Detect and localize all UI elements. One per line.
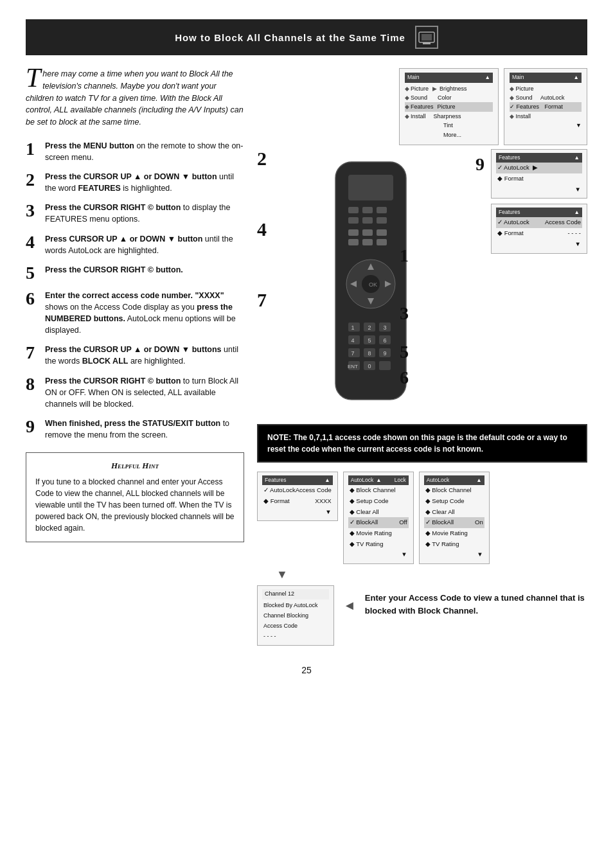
step-7: 7 Press the CURSOR UP ▲ or DOWN ▼ button… bbox=[26, 344, 244, 367]
svg-rect-13 bbox=[362, 207, 373, 213]
features-menu-2: Features▲ ✓ AutoLock ▶ ◆ Format ▼ bbox=[491, 149, 587, 199]
step-7-number: 7 bbox=[26, 344, 40, 362]
menu-item: ◆ Setup Code bbox=[348, 496, 409, 507]
svg-text:7: 7 bbox=[351, 350, 354, 357]
svg-text:5: 5 bbox=[400, 342, 409, 362]
menu-header: AutoLock▲Lock bbox=[348, 475, 409, 485]
menu-item: ✓ AutoLockAccess Code bbox=[496, 217, 582, 228]
menu-item: ◆ Format bbox=[496, 173, 582, 184]
step-5-text: Press the CURSOR RIGHT © but​ton. bbox=[45, 264, 183, 276]
svg-rect-21 bbox=[348, 239, 359, 245]
left-arrow: ◄ bbox=[343, 598, 356, 613]
remote-area: 2 4 7 bbox=[257, 149, 484, 419]
hint-text: If you tune to a blocked channel and ent… bbox=[35, 476, 235, 534]
menu-item: Tint bbox=[405, 121, 493, 130]
svg-text:5: 5 bbox=[368, 337, 371, 344]
step-8: 8 Press the CURSOR RIGHT © but​ton to tu… bbox=[26, 375, 244, 410]
menu-item: ◆ TV Rating bbox=[424, 539, 484, 550]
menu-item: ◆InstallSharpness bbox=[405, 112, 493, 121]
autolock-access-menu: Features▲ ✓ AutoLockAccess Code ◆ Format… bbox=[491, 204, 587, 253]
menu-items: ◆ Picture ◆ Sound AutoLock ✓ Features Fo… bbox=[510, 83, 582, 132]
menu-item: ✓ AutoLock ▶ bbox=[496, 163, 582, 173]
step-overlay-9: 9 bbox=[475, 155, 484, 173]
menu-item: ◆ Install bbox=[510, 112, 582, 121]
page-num-text: 25 bbox=[301, 665, 312, 675]
features-xxxx-menu: Features▲ ✓ AutoLockAccess Code ◆ Format… bbox=[257, 472, 338, 521]
intro-paragraph: There may come a time when you want to B… bbox=[26, 68, 244, 128]
left-column: There may come a time when you want to B… bbox=[26, 68, 244, 646]
menu-item: ▼ bbox=[496, 184, 582, 195]
menu-header: Features▲ bbox=[496, 153, 582, 163]
svg-rect-14 bbox=[377, 207, 387, 213]
svg-rect-17 bbox=[377, 217, 387, 224]
svg-rect-22 bbox=[362, 239, 373, 245]
remote-and-menus: 2 4 7 bbox=[257, 149, 587, 419]
svg-text:9: 9 bbox=[383, 350, 386, 357]
menu-item: ◆ Sound AutoLock bbox=[510, 93, 582, 102]
menu-item: ▼ bbox=[262, 507, 333, 518]
step-5: 5 Press the CURSOR RIGHT © but​ton. bbox=[26, 264, 244, 282]
step-6: 6 Enter the correct access code number. … bbox=[26, 290, 244, 337]
right-column: Main▲ ◆Picture▶Brightness ◆SoundColor ◆F… bbox=[257, 68, 587, 646]
menu-item: ◆ Setup Code bbox=[424, 496, 484, 507]
page-header: How to Block All Channels at the Same Ti… bbox=[26, 19, 587, 55]
svg-text:4: 4 bbox=[351, 337, 354, 344]
main-content: There may come a time when you want to B… bbox=[26, 68, 587, 646]
menu-item: ◆ Format- - - - bbox=[496, 228, 582, 239]
menu-item: ✓ BlockAllOff bbox=[348, 517, 409, 528]
enter-code-text: Enter your Access Code to view a tuned c… bbox=[365, 593, 585, 616]
svg-text:ENT: ENT bbox=[348, 364, 358, 369]
flow-arrow: ▼ bbox=[276, 568, 587, 581]
hint-title-text: Helpful Hint bbox=[111, 461, 159, 470]
step-8-number: 8 bbox=[26, 375, 40, 393]
diagrams-composite: Main▲ ◆Picture▶Brightness ◆SoundColor ◆F… bbox=[257, 68, 587, 463]
menu-item: ▼ bbox=[510, 121, 582, 130]
menu-item: ◆SoundColor bbox=[405, 93, 493, 102]
svg-text:0: 0 bbox=[368, 363, 371, 369]
hint-title: Helpful Hint bbox=[35, 461, 235, 471]
step-5-number: 5 bbox=[26, 264, 40, 282]
header-icon bbox=[415, 26, 438, 49]
access-code-value: - - - - bbox=[262, 632, 329, 642]
menu-item: ▼ bbox=[424, 549, 484, 560]
step-4-number: 4 bbox=[26, 233, 40, 251]
svg-rect-46 bbox=[379, 361, 391, 370]
step-3: 3 Press the CURSOR RIGHT © but​ton to di… bbox=[26, 202, 244, 225]
hint-box: Helpful Hint If you tune to a blocked ch… bbox=[26, 452, 244, 542]
menu-item: ◆ Block Channel bbox=[424, 485, 484, 496]
svg-rect-18 bbox=[348, 229, 359, 236]
step-9-text: When finished, press the STATUS/EXIT but… bbox=[45, 418, 244, 441]
svg-text:6: 6 bbox=[383, 337, 386, 344]
step-1: 1 Press the MENU button on the remote to… bbox=[26, 140, 244, 163]
step-3-number: 3 bbox=[26, 202, 40, 220]
autolock-blockall-on-menu: AutoLock▲ ◆ Block Channel ◆ Setup Code ◆… bbox=[419, 472, 490, 564]
step-9: 9 When finished, press the STATUS/EXIT b… bbox=[26, 418, 244, 441]
step-2: 2 Press the CURSOR UP ▲ or DOWN ▼ button… bbox=[26, 171, 244, 194]
menu-item: ▼ bbox=[496, 239, 582, 250]
step-overlay-4: 4 bbox=[257, 220, 267, 239]
menu-item: ◆ Block Channel bbox=[348, 485, 409, 496]
step-overlay-2: 2 bbox=[257, 149, 267, 168]
svg-rect-20 bbox=[377, 229, 387, 236]
menu-item: ◆ Movie Rating bbox=[424, 528, 484, 539]
svg-text:6: 6 bbox=[400, 368, 409, 387]
menu-item: ◆Picture▶Brightness bbox=[405, 84, 493, 93]
svg-text:1: 1 bbox=[400, 245, 409, 265]
channel-blocked-box: Channel 12 Blocked By AutoLock Channel B… bbox=[257, 585, 334, 646]
step-2-text: Press the CURSOR UP ▲ or DOWN ▼ button u… bbox=[45, 171, 244, 194]
features-autolock-menu-box: Main▲ ◆ Picture ◆ Sound AutoLock ✓ Featu… bbox=[504, 68, 587, 145]
svg-text:3: 3 bbox=[400, 303, 409, 323]
menu-main-items: ◆Picture▶Brightness ◆SoundColor ◆Feature… bbox=[405, 83, 493, 141]
svg-rect-1 bbox=[423, 42, 431, 44]
svg-text:1: 1 bbox=[351, 324, 354, 331]
step-4: 4 Press CURSOR UP ▲ or DOWN ▼ button unt… bbox=[26, 233, 244, 256]
note-text: NOTE: The 0,7,1,1 access code shown on t… bbox=[267, 433, 567, 454]
remote-svg: OK bbox=[316, 155, 425, 412]
header-title: How to Block All Channels at the Same Ti… bbox=[175, 32, 405, 43]
step-3-text: Press the CURSOR RIGHT © but​ton to disp… bbox=[45, 202, 244, 225]
menu-header: Features▲ bbox=[496, 208, 582, 217]
step-4-text: Press CURSOR UP ▲ or DOWN ▼ button until… bbox=[45, 233, 244, 256]
page-number: 25 bbox=[26, 665, 587, 675]
svg-rect-15 bbox=[348, 217, 359, 224]
svg-rect-23 bbox=[377, 239, 387, 245]
